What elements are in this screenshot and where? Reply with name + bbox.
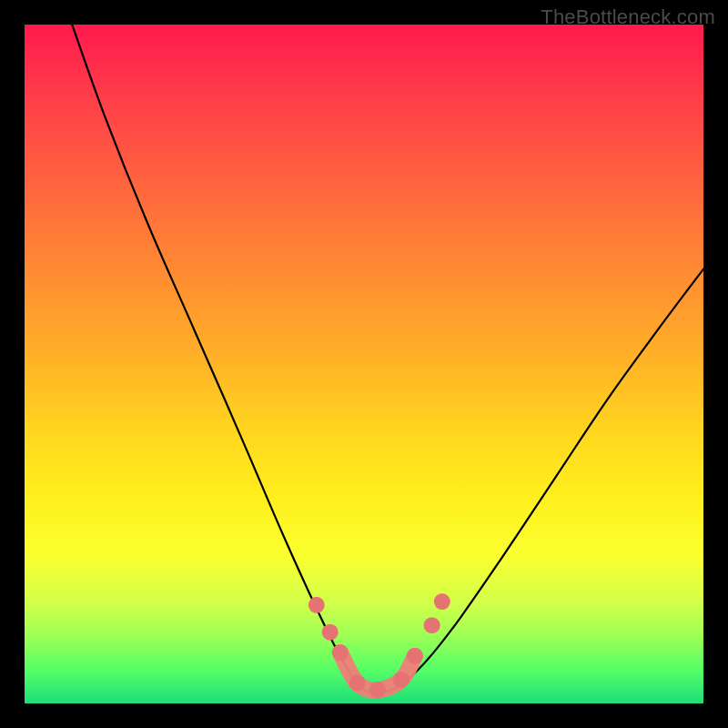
watermark-text: TheBottleneck.com bbox=[541, 5, 715, 29]
marker-dot bbox=[369, 682, 386, 698]
chart-frame: TheBottleneck.com bbox=[0, 0, 728, 728]
marker-dot bbox=[434, 593, 450, 610]
marker-dot bbox=[393, 672, 410, 688]
marker-dot bbox=[424, 617, 440, 633]
marker-dot bbox=[332, 644, 349, 661]
marker-dot bbox=[407, 648, 423, 664]
marker-dot bbox=[349, 675, 366, 692]
marker-dot bbox=[308, 597, 325, 613]
plot-area bbox=[25, 25, 703, 703]
bottleneck-curve bbox=[25, 25, 703, 703]
marker-dot bbox=[322, 624, 339, 641]
